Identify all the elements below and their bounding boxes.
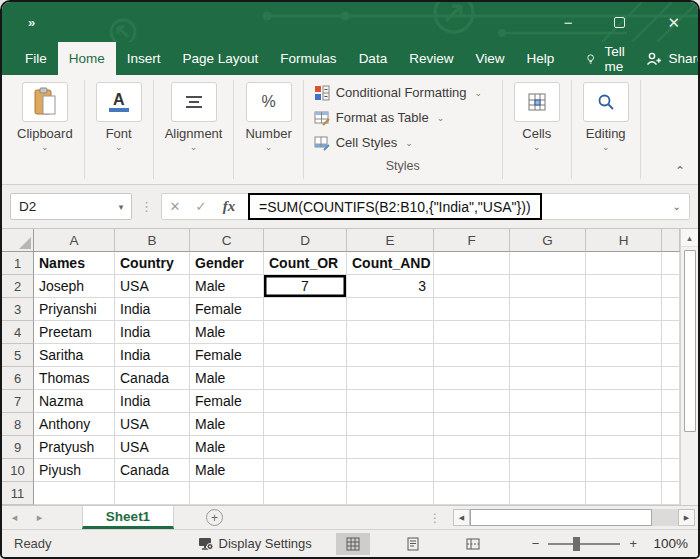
close-button[interactable]: ✕: [667, 15, 680, 30]
cell[interactable]: Female: [190, 390, 264, 413]
page-break-preview-button[interactable]: [456, 533, 490, 555]
zoom-slider-thumb[interactable]: [573, 537, 580, 551]
cell-e1[interactable]: Count_AND: [347, 252, 434, 275]
collapse-ribbon-icon[interactable]: ⌃: [675, 164, 685, 178]
cell[interactable]: Male: [190, 413, 264, 436]
column-header-g[interactable]: G: [510, 229, 586, 252]
cell[interactable]: [264, 321, 347, 344]
cell[interactable]: [662, 459, 680, 482]
cell[interactable]: [264, 367, 347, 390]
column-header-h[interactable]: H: [586, 229, 662, 252]
cell[interactable]: [34, 482, 115, 505]
cell[interactable]: [434, 459, 510, 482]
cell[interactable]: [264, 436, 347, 459]
cell[interactable]: [662, 252, 680, 275]
cell[interactable]: India: [115, 390, 190, 413]
formula-bar-grip-icon[interactable]: ⋮: [140, 199, 153, 214]
cell[interactable]: [264, 413, 347, 436]
cell[interactable]: [586, 252, 662, 275]
add-sheet-button[interactable]: +: [206, 509, 223, 526]
cell-a1[interactable]: Names: [34, 252, 115, 275]
cell[interactable]: Pratyush: [34, 436, 115, 459]
cell[interactable]: [115, 482, 190, 505]
cell-e2[interactable]: 3: [347, 275, 434, 298]
cell-c2[interactable]: Male: [190, 275, 264, 298]
cell[interactable]: [434, 482, 510, 505]
row-header[interactable]: 9: [2, 436, 34, 459]
minimize-button[interactable]: −: [564, 15, 573, 30]
row-header[interactable]: 11: [2, 482, 34, 505]
zoom-out-icon[interactable]: −: [532, 536, 540, 551]
sheet-tab-sheet1[interactable]: Sheet1: [82, 506, 174, 529]
cell[interactable]: Canada: [115, 459, 190, 482]
cell[interactable]: Piyush: [34, 459, 115, 482]
cell-a2[interactable]: Joseph: [34, 275, 115, 298]
vertical-scrollbar-thumb[interactable]: [684, 250, 696, 432]
cell[interactable]: [662, 344, 680, 367]
maximize-button[interactable]: [614, 17, 625, 28]
cell[interactable]: [586, 459, 662, 482]
format-as-table-button[interactable]: Format as Table ⌄: [314, 105, 492, 130]
cell[interactable]: [662, 482, 680, 505]
display-settings-button[interactable]: Display Settings: [198, 536, 312, 551]
row-header[interactable]: 2: [2, 275, 34, 298]
cell[interactable]: [347, 436, 434, 459]
cell[interactable]: [662, 275, 680, 298]
row-header[interactable]: 1: [2, 252, 34, 275]
cell[interactable]: [662, 367, 680, 390]
cell[interactable]: Male: [190, 367, 264, 390]
cell[interactable]: [264, 390, 347, 413]
column-header-c[interactable]: C: [190, 229, 264, 252]
cell[interactable]: [586, 344, 662, 367]
name-box-dropdown-icon[interactable]: ▾: [111, 202, 131, 212]
cell[interactable]: Male: [190, 459, 264, 482]
tab-home[interactable]: Home: [58, 42, 116, 75]
conditional-formatting-button[interactable]: Conditional Formatting ⌄: [314, 80, 492, 105]
tab-formulas[interactable]: Formulas: [269, 42, 347, 75]
cell[interactable]: [662, 298, 680, 321]
cell[interactable]: [347, 482, 434, 505]
cell[interactable]: [510, 298, 586, 321]
cell[interactable]: [586, 436, 662, 459]
cell[interactable]: [586, 413, 662, 436]
cell[interactable]: [586, 482, 662, 505]
cell-b2[interactable]: USA: [115, 275, 190, 298]
cell[interactable]: Male: [190, 321, 264, 344]
cell-b1[interactable]: Country: [115, 252, 190, 275]
alignment-group-button[interactable]: Alignment ⌄: [154, 75, 234, 184]
cell[interactable]: [347, 390, 434, 413]
cell[interactable]: Female: [190, 344, 264, 367]
cell[interactable]: [264, 482, 347, 505]
cell[interactable]: [434, 275, 510, 298]
column-header-a[interactable]: A: [34, 229, 115, 252]
cell[interactable]: Nazma: [34, 390, 115, 413]
row-header[interactable]: 4: [2, 321, 34, 344]
cell[interactable]: [662, 321, 680, 344]
column-header-e[interactable]: E: [347, 229, 434, 252]
cell[interactable]: [434, 252, 510, 275]
cell[interactable]: [662, 413, 680, 436]
cell[interactable]: [510, 390, 586, 413]
cell[interactable]: Male: [190, 436, 264, 459]
quick-access-toolbar-icon[interactable]: »: [28, 15, 36, 30]
zoom-in-icon[interactable]: +: [629, 536, 637, 551]
cell[interactable]: Canada: [115, 367, 190, 390]
cell[interactable]: [586, 367, 662, 390]
cells-group-button[interactable]: Cells ⌄: [503, 75, 571, 184]
tab-help[interactable]: Help: [515, 42, 565, 75]
scroll-up-icon[interactable]: ▴: [681, 229, 698, 247]
font-group-button[interactable]: A Font ⌄: [85, 75, 153, 184]
cell[interactable]: [510, 344, 586, 367]
cell[interactable]: [347, 367, 434, 390]
cell[interactable]: USA: [115, 413, 190, 436]
cell[interactable]: [510, 436, 586, 459]
tab-insert[interactable]: Insert: [116, 42, 172, 75]
cell[interactable]: [510, 367, 586, 390]
cell[interactable]: Priyanshi: [34, 298, 115, 321]
cell[interactable]: USA: [115, 436, 190, 459]
clipboard-group-button[interactable]: Clipboard ⌄: [6, 75, 84, 184]
horizontal-scrollbar-track[interactable]: [652, 509, 678, 526]
column-header-b[interactable]: B: [115, 229, 190, 252]
cell[interactable]: [434, 367, 510, 390]
cell[interactable]: Thomas: [34, 367, 115, 390]
